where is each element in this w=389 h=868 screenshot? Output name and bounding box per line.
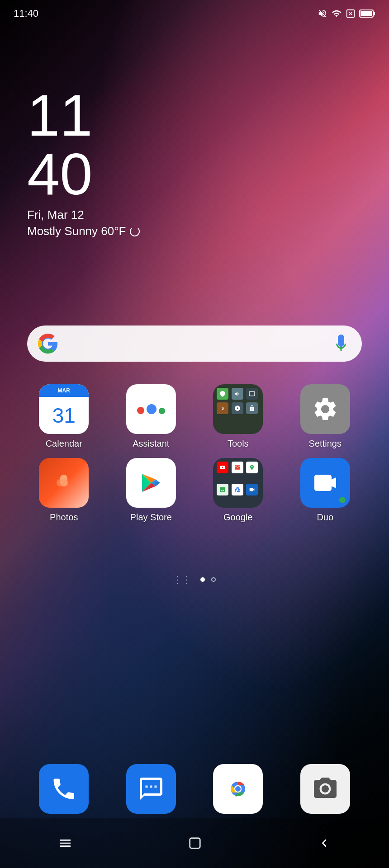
mute-icon (318, 9, 327, 19)
svg-rect-5 (361, 11, 372, 16)
dock-item-phone[interactable] (23, 764, 105, 814)
tools-icon: $ (213, 384, 263, 434)
assistant-icon (126, 384, 176, 434)
clock-minutes: 40 (27, 145, 140, 203)
app-item-calendar[interactable]: MAR 31 Calendar (23, 384, 105, 449)
battery-icon (359, 9, 375, 19)
assistant-label: Assistant (133, 439, 169, 449)
playstore-icon (126, 458, 176, 508)
nav-bar (0, 818, 389, 868)
nav-menu-button[interactable] (58, 836, 72, 850)
app-item-tools[interactable]: $ Tools (197, 384, 280, 449)
settings-label: Settings (309, 439, 342, 449)
app-grid: MAR 31 Calendar Assistant (23, 384, 366, 523)
app-drawer-icon: ⋮⋮ (173, 574, 191, 585)
photos-icon (39, 458, 89, 508)
svg-point-11 (235, 786, 241, 792)
app-item-duo[interactable]: Duo (284, 458, 367, 523)
duo-label: Duo (317, 512, 333, 523)
dock-item-chrome[interactable] (197, 764, 280, 814)
camera-icon (300, 764, 350, 814)
app-item-playstore[interactable]: Play Store (110, 458, 193, 523)
app-item-google[interactable]: Google (197, 458, 280, 523)
clock-hours: 11 (27, 86, 140, 145)
messages-icon (126, 764, 176, 814)
mic-icon[interactable] (331, 334, 351, 354)
wifi-icon (331, 9, 342, 19)
chrome-icon (213, 764, 263, 814)
search-bar[interactable] (27, 326, 362, 362)
google-g-icon (38, 334, 58, 354)
nav-back-button[interactable] (318, 836, 331, 850)
app-item-settings[interactable]: Settings (284, 384, 367, 449)
dock-item-camera[interactable] (284, 764, 367, 814)
calendar-label: Calendar (46, 439, 82, 449)
duo-icon (300, 458, 350, 508)
app-item-photos[interactable]: Photos (23, 458, 105, 523)
svg-rect-4 (373, 12, 375, 15)
tools-label: Tools (228, 439, 249, 449)
page-indicators: ⋮⋮ (0, 574, 389, 585)
settings-icon (300, 384, 350, 434)
svg-rect-12 (190, 838, 200, 849)
duo-online-dot (339, 497, 346, 503)
clock-date: Fri, Mar 12 (27, 208, 140, 222)
google-folder-icon (213, 458, 263, 508)
app-item-assistant[interactable]: Assistant (110, 384, 193, 449)
clock-weather: Mostly Sunny 60°F (27, 224, 140, 238)
dock (23, 764, 366, 814)
page-dot-2[interactable] (211, 577, 216, 582)
phone-icon (39, 764, 89, 814)
status-time: 11:40 (14, 8, 38, 19)
photos-label: Photos (50, 512, 78, 523)
google-folder-label: Google (223, 512, 253, 523)
weather-refresh-icon (130, 226, 140, 236)
page-dot-1[interactable] (200, 577, 205, 582)
dock-item-messages[interactable] (110, 764, 193, 814)
status-icons (318, 9, 375, 19)
playstore-label: Play Store (130, 512, 172, 523)
nav-home-button[interactable] (188, 836, 202, 850)
status-bar: 11:40 (0, 0, 389, 27)
calendar-icon: MAR 31 (39, 384, 89, 434)
stop-icon (346, 9, 356, 19)
clock-widget: 11 40 Fri, Mar 12 Mostly Sunny 60°F (27, 86, 140, 238)
